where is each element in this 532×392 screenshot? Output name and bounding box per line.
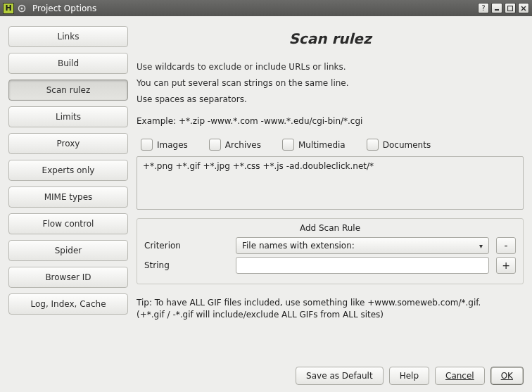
sidebar-item-label: Spider [55,246,82,255]
checkbox-documents[interactable]: Documents [367,139,431,151]
chevron-down-icon: ▾ [479,242,483,250]
app-icon: H [3,3,14,14]
checkbox-images[interactable]: Images [141,139,188,151]
sidebar-item-limits[interactable]: Limits [8,106,128,127]
tip-line: Tip: To have ALL GIF files included, use… [137,298,481,308]
string-input[interactable] [236,257,489,274]
window-controls: ? [478,3,529,13]
tip-text: Tip: To have ALL GIF files included, use… [137,297,524,321]
checkbox-label: Documents [383,140,431,150]
sidebar-item-build[interactable]: Build [8,53,128,74]
sidebar-item-label: Flow control [43,219,94,229]
checkbox-label: Archives [225,140,261,150]
save-as-default-button[interactable]: Save as Default [296,367,384,385]
scan-rules-textarea[interactable] [137,156,524,210]
sidebar-item-label: Scan rulez [46,85,91,95]
add-rule-button[interactable]: + [496,257,516,274]
sidebar-item-label: MIME types [44,192,93,202]
main-panel: Scan rulez Use wildcards to exclude or i… [137,23,524,360]
description-line: You can put several scan strings on the … [137,77,524,89]
help-button[interactable]: ? [478,3,489,13]
sidebar-item-experts-only[interactable]: Experts only [8,160,128,181]
sidebar-item-log-index-cache[interactable]: Log, Index, Cache [8,293,128,315]
svg-point-1 [21,7,23,9]
description-line: Use spaces as separators. [137,94,524,106]
sidebar-item-label: Experts only [42,165,95,175]
sidebar: Links Build Scan rulez Limits Proxy Expe… [8,23,128,360]
tip-line: (+*.gif / -*.gif will include/exclude AL… [137,310,384,320]
titlebar: H Project Options ? [0,0,532,16]
ok-button[interactable]: OK [490,367,524,385]
sidebar-item-label: Links [58,32,80,42]
sidebar-item-label: Limits [56,112,81,122]
minimize-button[interactable] [491,3,502,13]
criterion-label: Criterion [144,241,229,251]
maximize-button[interactable] [505,3,516,13]
sidebar-item-scan-rulez[interactable]: Scan rulez [8,80,128,101]
checkbox-box [367,139,379,151]
checkbox-box [141,139,153,151]
add-scan-rule-group: Add Scan Rule Criterion File names with … [137,218,524,284]
sidebar-item-label: Build [58,58,79,68]
sidebar-item-label: Proxy [57,139,80,148]
group-title: Add Scan Rule [144,223,516,233]
window-menu-icon[interactable] [17,4,27,13]
svg-rect-3 [508,6,513,11]
checkbox-archives[interactable]: Archives [209,139,261,151]
help-button[interactable]: Help [389,367,429,385]
button-label: Cancel [445,371,474,381]
button-label: Save as Default [306,371,373,381]
page-title: Scan rulez [137,30,524,47]
sidebar-item-browser-id[interactable]: Browser ID [8,267,128,288]
close-button[interactable] [518,3,529,13]
checkbox-label: Images [157,140,188,150]
sidebar-item-spider[interactable]: Spider [8,240,128,261]
checkbox-label: Multimedia [298,140,346,150]
checkbox-box [282,139,294,151]
description-line: Use wildcards to exclude or include URLs… [137,61,524,73]
remove-rule-button[interactable]: - [496,237,516,254]
sidebar-item-mime-types[interactable]: MIME types [8,186,128,208]
sidebar-item-label: Browser ID [45,272,91,282]
filter-checkbox-row: Images Archives Multimedia Documents [137,136,524,153]
cancel-button[interactable]: Cancel [435,367,485,385]
string-label: String [144,260,229,270]
window-title: Project Options [32,4,96,13]
sidebar-item-links[interactable]: Links [8,26,128,47]
example-text: Example: +*.zip -www.*.com -www.*.edu/cg… [137,116,524,126]
button-label: Help [400,371,419,381]
sidebar-item-label: Log, Index, Cache [30,299,106,309]
sidebar-item-proxy[interactable]: Proxy [8,133,128,154]
svg-rect-2 [495,9,499,11]
window-body: Links Build Scan rulez Limits Proxy Expe… [0,16,532,392]
criterion-select-value: File names with extension: [242,241,355,251]
button-label: OK [501,371,513,381]
sidebar-item-flow-control[interactable]: Flow control [8,213,128,234]
checkbox-multimedia[interactable]: Multimedia [282,139,346,151]
criterion-select[interactable]: File names with extension: ▾ [236,237,489,254]
dialog-footer: Save as Default Help Cancel OK [8,360,524,385]
checkbox-box [209,139,221,151]
